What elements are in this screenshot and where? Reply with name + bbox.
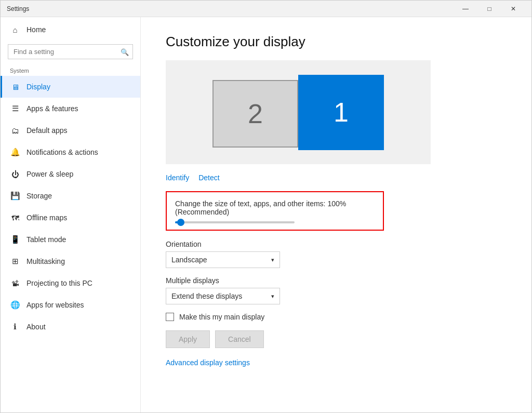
monitor-1[interactable]: 1	[298, 75, 384, 150]
restore-button[interactable]: □	[477, 1, 501, 17]
orientation-value: Landscape	[171, 256, 207, 264]
scale-section: Change the size of text, apps, and other…	[166, 191, 384, 231]
multiple-displays-label: Multiple displays	[166, 276, 507, 285]
default-apps-icon: 🗂	[10, 125, 20, 136]
sidebar-item-label-projecting: Projecting to this PC	[26, 279, 92, 287]
sidebar-item-notifications[interactable]: 🔔 Notifications & actions	[1, 141, 140, 163]
sidebar-item-multitasking[interactable]: ⊞ Multitasking	[1, 250, 140, 272]
sidebar-section-system: System	[1, 64, 140, 76]
apps-features-icon: ☰	[10, 103, 20, 114]
content-area: Customize your display 2 1 Identify Dete…	[141, 17, 531, 412]
apply-button[interactable]: Apply	[166, 330, 210, 348]
sidebar-item-offline-maps[interactable]: 🗺 Offline maps	[1, 207, 140, 229]
websites-icon: 🌐	[10, 300, 20, 310]
sidebar-item-label-notifications: Notifications & actions	[26, 148, 98, 156]
power-icon: ⏻	[10, 169, 20, 179]
orientation-chevron-icon: ▾	[271, 257, 274, 263]
window-controls: — □ ✕	[454, 1, 525, 17]
minimize-button[interactable]: —	[454, 1, 477, 17]
sidebar-item-display[interactable]: 🖥 Display	[1, 76, 140, 98]
detect-link[interactable]: Detect	[198, 174, 219, 182]
multiple-displays-value: Extend these displays	[171, 292, 242, 300]
sidebar-item-label-apps-websites: Apps for websites	[26, 301, 84, 309]
multiple-displays-chevron-icon: ▾	[271, 293, 274, 300]
sidebar-item-label-multitasking: Multitasking	[26, 257, 65, 265]
sidebar-item-projecting[interactable]: 📽 Projecting to this PC	[1, 272, 140, 294]
sidebar-item-apps-websites[interactable]: 🌐 Apps for websites	[1, 294, 140, 316]
display-icon: 🖥	[10, 82, 20, 92]
home-icon: ⌂	[10, 24, 20, 35]
page-title: Customize your display	[166, 34, 507, 50]
orientation-dropdown[interactable]: Landscape ▾	[166, 251, 280, 268]
sidebar-item-label-default-apps: Default apps	[26, 126, 68, 135]
sidebar-item-label-display: Display	[26, 83, 50, 91]
advanced-display-settings-link[interactable]: Advanced display settings	[166, 358, 250, 367]
sidebar-item-storage[interactable]: 💾 Storage	[1, 185, 140, 207]
orientation-label: Orientation	[166, 240, 507, 248]
sidebar-item-about[interactable]: ℹ About	[1, 316, 140, 338]
slider-track	[175, 221, 295, 223]
main-display-label: Make this my main display	[179, 313, 264, 321]
titlebar: Settings — □ ✕	[1, 1, 531, 17]
projecting-icon: 📽	[10, 278, 20, 288]
search-box: 🔍	[8, 44, 133, 59]
close-button[interactable]: ✕	[501, 1, 525, 17]
sidebar-item-label-apps-features: Apps & features	[26, 104, 78, 113]
action-buttons: Apply Cancel	[166, 330, 507, 348]
sidebar-item-apps-features[interactable]: ☰ Apps & features	[1, 98, 140, 119]
storage-icon: 💾	[10, 191, 20, 201]
monitor-2[interactable]: 2	[212, 80, 298, 148]
settings-window: Settings — □ ✕ ⌂ Home 🔍 System 🖥 Display	[0, 0, 532, 413]
window-title: Settings	[7, 5, 454, 12]
search-input[interactable]	[8, 44, 133, 59]
scale-label: Change the size of text, apps, and other…	[175, 199, 375, 216]
monitors-container: 2 1	[212, 75, 384, 150]
search-icon: 🔍	[121, 48, 129, 56]
slider-thumb[interactable]	[177, 219, 184, 226]
scale-slider-container	[175, 221, 375, 223]
sidebar-item-home[interactable]: ⌂ Home	[1, 17, 140, 42]
sidebar-item-tablet-mode[interactable]: 📱 Tablet mode	[1, 229, 140, 250]
sidebar-item-label-power-sleep: Power & sleep	[26, 170, 73, 178]
main-display-row: Make this my main display	[166, 313, 507, 321]
home-label: Home	[26, 25, 46, 34]
notifications-icon: 🔔	[10, 147, 20, 157]
tablet-icon: 📱	[10, 234, 20, 245]
sidebar-item-power-sleep[interactable]: ⏻ Power & sleep	[1, 163, 140, 185]
main-display-checkbox[interactable]	[166, 313, 174, 321]
sidebar-item-default-apps[interactable]: 🗂 Default apps	[1, 119, 140, 141]
maps-icon: 🗺	[10, 212, 20, 223]
sidebar: ⌂ Home 🔍 System 🖥 Display ☰ Apps & featu…	[1, 17, 141, 412]
main-layout: ⌂ Home 🔍 System 🖥 Display ☰ Apps & featu…	[1, 17, 531, 412]
sidebar-item-label-about: About	[26, 323, 46, 331]
multiple-displays-dropdown[interactable]: Extend these displays ▾	[166, 288, 280, 304]
sidebar-item-label-offline-maps: Offline maps	[26, 214, 67, 222]
about-icon: ℹ	[10, 322, 20, 332]
sidebar-item-label-storage: Storage	[26, 192, 52, 200]
multitasking-icon: ⊞	[10, 256, 20, 267]
display-preview: 2 1	[166, 60, 431, 164]
display-action-links: Identify Detect	[166, 174, 507, 182]
cancel-button[interactable]: Cancel	[215, 330, 264, 348]
sidebar-item-label-tablet-mode: Tablet mode	[26, 235, 66, 244]
identify-link[interactable]: Identify	[166, 174, 189, 182]
